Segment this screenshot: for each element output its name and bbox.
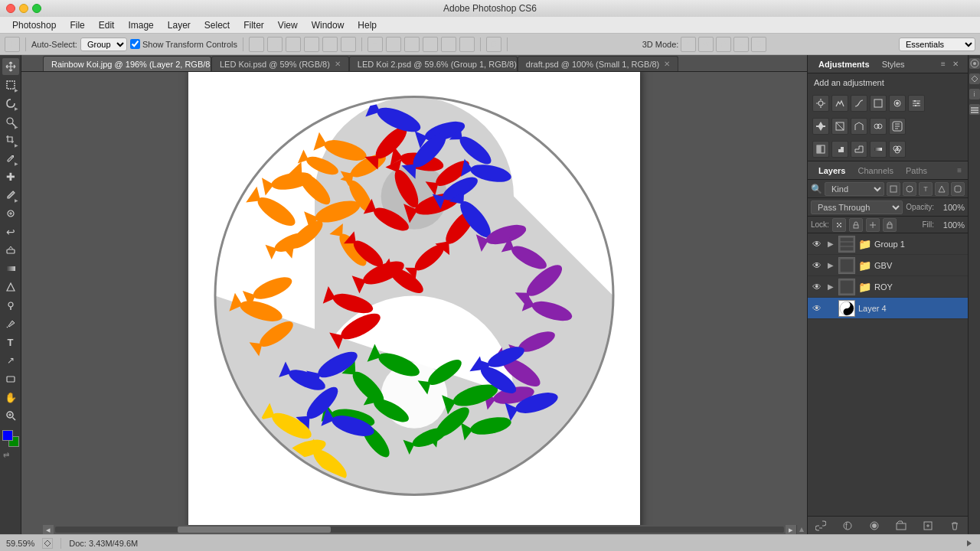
filter-type-dropdown[interactable]: Kind Name Effect: [825, 182, 884, 196]
mini-tools-btn[interactable]: [969, 73, 980, 84]
adj-hue-sat-btn[interactable]: [908, 95, 925, 112]
adj-colorbalance-btn[interactable]: [812, 118, 829, 135]
adjustments-tab[interactable]: Adjustments: [814, 58, 874, 70]
3d-slide-btn[interactable]: ↔: [733, 37, 749, 52]
blur-btn[interactable]: [2, 279, 19, 295]
add-mask-btn[interactable]: [867, 519, 881, 533]
h-scroll-thumb[interactable]: [178, 527, 331, 533]
adj-levels-btn[interactable]: [831, 95, 848, 112]
minimize-button[interactable]: [19, 4, 28, 13]
align-hcenter-btn[interactable]: ⊦: [322, 37, 338, 52]
canvas-area[interactable]: ◂ ▸: [21, 72, 807, 534]
add-style-btn[interactable]: f: [841, 519, 854, 533]
hand-btn[interactable]: ✋: [2, 389, 19, 406]
adj-threshold-btn[interactable]: [851, 141, 867, 158]
opacity-value[interactable]: 100%: [937, 203, 965, 212]
swap-colors[interactable]: ⇄: [3, 450, 18, 462]
show-transform-input[interactable]: [130, 39, 140, 49]
adj-channelmix-btn[interactable]: [870, 118, 887, 135]
tab-rainbow-koi[interactable]: Rainbow Koi.jpg @ 196% (Layer 2, RGB/8#)…: [43, 56, 211, 71]
type-btn[interactable]: T: [2, 334, 19, 350]
fill-value[interactable]: 100%: [937, 220, 965, 230]
menu-view[interactable]: View: [272, 18, 304, 32]
mini-layers-btn[interactable]: [969, 104, 980, 115]
pen-btn[interactable]: [2, 315, 19, 332]
layer-eye-gbv[interactable]: 👁: [811, 259, 823, 272]
eyedropper-btn[interactable]: ▶: [2, 150, 19, 167]
healing-btn[interactable]: ✚: [2, 168, 19, 185]
marquee-tool-btn[interactable]: ▶: [2, 77, 19, 93]
move-tool-btn[interactable]: [2, 58, 19, 75]
mini-info-btn[interactable]: i: [969, 89, 980, 99]
lock-transparent-btn[interactable]: [832, 218, 846, 232]
menu-image[interactable]: Image: [122, 18, 159, 32]
tab-close-4[interactable]: ✕: [664, 60, 670, 68]
adj-brightness-btn[interactable]: [812, 95, 829, 112]
eraser-btn[interactable]: [2, 242, 19, 259]
dist-bottom-btn[interactable]: ⋮: [404, 37, 420, 52]
adj-vibrance-btn[interactable]: [889, 95, 906, 112]
shape-btn[interactable]: [2, 370, 19, 387]
move-tool-icon[interactable]: ✛: [5, 37, 20, 52]
dist-vcenter-btn[interactable]: ≣: [386, 37, 401, 52]
path-select-btn[interactable]: ↗: [2, 352, 19, 369]
maximize-button[interactable]: [32, 4, 41, 13]
3d-orbit-btn[interactable]: ⟳: [681, 37, 696, 52]
zoom-btn[interactable]: [2, 407, 19, 424]
adj-posterize-btn[interactable]: [831, 141, 848, 158]
filter-smartobj-btn[interactable]: [951, 182, 965, 196]
layer-arrow-roy[interactable]: ▶: [826, 282, 835, 292]
layers-collapse-btn[interactable]: ≡: [957, 166, 962, 174]
dist-right-btn[interactable]: ⊫: [459, 37, 475, 52]
align-bottom-btn[interactable]: ⊢: [286, 37, 301, 52]
gradient-btn[interactable]: [2, 260, 19, 277]
align-left-btn[interactable]: ⊣: [304, 37, 319, 52]
timeline-btn[interactable]: [963, 538, 974, 549]
filter-type-btn[interactable]: T: [919, 182, 933, 196]
close-button[interactable]: [6, 4, 15, 13]
autoselect-dropdown[interactable]: Group Layer: [80, 37, 127, 51]
scroll-left-btn[interactable]: ◂: [43, 525, 54, 534]
quick-select-btn[interactable]: ▶: [2, 113, 19, 130]
brush-btn[interactable]: ▶: [2, 187, 19, 204]
layer-item-layer4[interactable]: 👁 ▶ Layer 4: [808, 298, 968, 319]
link-layers-btn[interactable]: [814, 519, 828, 533]
dist-left-btn[interactable]: ⋯: [423, 37, 438, 52]
menu-file[interactable]: File: [64, 18, 90, 32]
filter-pixel-btn[interactable]: [887, 182, 900, 196]
show-transform-checkbox[interactable]: Show Transform Controls: [130, 39, 237, 49]
menu-filter[interactable]: Filter: [237, 18, 270, 32]
adj-color-lookup-btn[interactable]: [889, 118, 906, 135]
tab-led-koi2[interactable]: LED Koi 2.psd @ 59.6% (Group 1, RGB/8) ✕: [349, 56, 518, 71]
dist-top-btn[interactable]: ≡: [368, 37, 383, 52]
panel-close-icon[interactable]: ✕: [952, 60, 962, 69]
menu-help[interactable]: Help: [351, 18, 383, 32]
clone-stamp-btn[interactable]: [2, 205, 19, 222]
adj-invert-btn[interactable]: [812, 141, 829, 158]
crop-tool-btn[interactable]: ▶: [2, 132, 19, 148]
blend-mode-dropdown[interactable]: Pass Through Normal Multiply Screen Over…: [811, 201, 903, 214]
layer-item-group1[interactable]: 👁 ▶ 📁 Group 1: [808, 233, 968, 255]
lasso-tool-btn[interactable]: ▶: [2, 95, 19, 112]
new-layer-btn[interactable]: [921, 519, 935, 533]
layer-item-roy[interactable]: 👁 ▶ 📁 ROY: [808, 276, 968, 298]
delete-layer-btn[interactable]: [948, 519, 962, 533]
lock-all-btn[interactable]: [883, 218, 897, 232]
align-vcenter-btn[interactable]: ⊥: [267, 37, 283, 52]
arrange-btn[interactable]: ⊞: [486, 37, 501, 52]
adj-selectivecolor-btn[interactable]: [889, 141, 906, 158]
tab-close-2[interactable]: ✕: [335, 60, 341, 68]
panel-expand-icon[interactable]: ≡: [941, 60, 950, 69]
adj-exposure-btn[interactable]: [870, 95, 887, 112]
align-top-btn[interactable]: ⊤: [249, 37, 264, 52]
3d-roll-btn[interactable]: ⟲: [698, 37, 714, 52]
layer-arrow-group1[interactable]: ▶: [826, 240, 835, 249]
menu-edit[interactable]: Edit: [93, 18, 121, 32]
filter-shape-btn[interactable]: [935, 182, 949, 196]
channels-tab[interactable]: Channels: [853, 165, 897, 177]
layers-tab[interactable]: Layers: [814, 165, 850, 177]
styles-tab[interactable]: Styles: [877, 58, 910, 70]
menu-layer[interactable]: Layer: [162, 18, 197, 32]
align-right-btn[interactable]: ⊧: [341, 37, 356, 52]
3d-scale-btn[interactable]: ⊡: [751, 37, 766, 52]
